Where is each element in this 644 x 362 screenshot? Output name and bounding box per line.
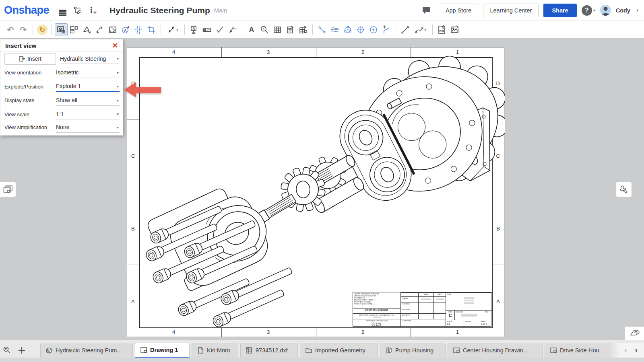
annotation-arrow xyxy=(121,81,163,99)
comment-icon[interactable] xyxy=(420,4,432,16)
element-tab-bar: Hydraulic Steering Pum... Drawing 1 Kiri… xyxy=(0,340,644,362)
tab-pump-housing[interactable]: Pump Housing xyxy=(380,343,446,358)
balloon-icon[interactable]: 1 xyxy=(258,23,271,36)
hamburger-menu-icon[interactable] xyxy=(56,4,68,16)
svg-text:1: 1 xyxy=(263,27,265,31)
sheets-panel-icon[interactable] xyxy=(0,182,16,197)
share-button[interactable]: Share xyxy=(543,4,576,17)
insert-icon xyxy=(19,56,25,62)
weld-symbol-icon[interactable] xyxy=(226,23,239,36)
field-label: View orientation xyxy=(4,70,56,76)
tab-center-housing-drawing[interactable]: Center Housing Drawin... xyxy=(448,343,543,358)
field-label: View simplification xyxy=(4,124,56,130)
title-block: UNLESS OTHERWISE SPECIFIED: DIMENSIONS A… xyxy=(353,292,491,327)
section-view-icon[interactable] xyxy=(80,23,93,36)
help-menu[interactable]: ?▾ xyxy=(582,5,595,16)
tangent-line-icon[interactable] xyxy=(380,23,393,36)
app-store-button[interactable]: App Store xyxy=(439,4,479,17)
tabs-scroll-left-icon[interactable]: ‹ xyxy=(624,345,627,356)
display-state-dropdown[interactable]: Show all▾ xyxy=(56,95,120,106)
move-view-icon[interactable] xyxy=(93,23,106,36)
part-studio-icon xyxy=(385,347,392,354)
redo-icon[interactable]: ↷ xyxy=(17,23,30,36)
drawing-sheet[interactable]: 4 3 2 1 4 3 2 1 D C B A D C B A xyxy=(127,47,504,337)
explode-position-dropdown[interactable]: Explode 1▾ xyxy=(56,81,120,92)
drawing-properties-icon[interactable] xyxy=(616,182,632,197)
export-dxf-icon[interactable]: DXF xyxy=(436,23,448,36)
assembly-icon xyxy=(45,347,53,354)
versions-icon[interactable] xyxy=(72,4,84,16)
add-element-icon[interactable] xyxy=(14,343,29,358)
drawing-icon xyxy=(453,347,460,354)
view-orientation-dropdown[interactable]: Isometric▾ xyxy=(56,68,120,78)
crop-view-icon[interactable] xyxy=(145,23,158,36)
workspace-name[interactable]: Main xyxy=(214,7,227,14)
undo-icon[interactable]: ↶ xyxy=(4,23,17,36)
dxf-icon xyxy=(246,347,253,354)
note-icon[interactable]: A xyxy=(245,23,258,36)
avatar[interactable] xyxy=(600,5,611,16)
drawing-canvas[interactable]: 4 3 2 1 4 3 2 1 D C B A D C B A xyxy=(0,38,644,340)
broken-out-section-icon[interactable] xyxy=(106,23,119,36)
drawing-toolbar: ↶ ↷ ↻ A ▾ A A 1 xyxy=(0,21,644,38)
spline-tool-icon[interactable]: ▾ xyxy=(412,23,429,36)
tab-dxf[interactable]: 9734512.dxf xyxy=(240,343,298,358)
tab-kiri-moto[interactable]: Kiri:Moto xyxy=(192,343,238,358)
field-label: Display state xyxy=(4,97,56,103)
circular-center-mark-icon[interactable] xyxy=(341,23,354,36)
onshape-logo[interactable]: Onshape xyxy=(4,4,49,16)
construction-line-icon[interactable] xyxy=(316,23,328,36)
view-scale-dropdown[interactable]: 1:1▾ xyxy=(56,109,120,119)
insert-image-icon[interactable] xyxy=(448,23,461,36)
drawing-icon xyxy=(550,347,557,354)
close-icon[interactable]: ✕ xyxy=(112,41,118,50)
measure-tool-icon[interactable] xyxy=(625,326,644,340)
insert-button[interactable]: Insert xyxy=(4,53,56,65)
user-name[interactable]: Cody xyxy=(616,7,630,14)
field-label: Explode/Position xyxy=(4,84,56,90)
break-view-icon[interactable] xyxy=(132,23,145,36)
tab-imported-geometry[interactable]: Imported Geometry xyxy=(300,343,378,358)
update-views-icon[interactable]: ↻ xyxy=(36,23,49,36)
surface-finish-check-icon[interactable] xyxy=(213,23,226,36)
table-icon[interactable] xyxy=(271,23,284,36)
view-simplification-dropdown[interactable]: None▾ xyxy=(56,122,120,133)
detail-view-icon[interactable]: A xyxy=(119,23,132,36)
centerline-icon[interactable] xyxy=(328,23,341,36)
tabs-scroll-right-icon[interactable]: › xyxy=(635,345,638,356)
svg-text:A: A xyxy=(192,27,195,31)
learning-center-button[interactable]: Learning Center xyxy=(483,4,539,17)
help-icon[interactable]: ? xyxy=(582,5,592,16)
tab-drawing-1[interactable]: Drawing 1 xyxy=(135,343,190,358)
document-icon xyxy=(197,347,204,354)
drawing-icon xyxy=(140,346,147,354)
source-dropdown[interactable]: Hydraulic Steering▾ xyxy=(60,53,120,64)
tab-assembly[interactable]: Hydraulic Steering Pum... xyxy=(40,343,133,358)
geometric-tolerance-icon[interactable] xyxy=(200,23,213,36)
search-elements-icon[interactable] xyxy=(0,343,14,358)
hole-table-icon[interactable] xyxy=(297,23,310,36)
panel-title: Insert view xyxy=(5,42,37,49)
circle-tool-icon[interactable] xyxy=(367,23,380,36)
bom-table-icon[interactable] xyxy=(284,23,297,36)
insert-view-icon[interactable] xyxy=(55,23,68,36)
svg-text:DXF: DXF xyxy=(440,30,445,33)
app-header: Onshape Hydraulic Steering Pump Main App… xyxy=(0,0,644,21)
insert-view-panel: Insert view ✕ Insert Hydraulic Steering▾… xyxy=(0,39,123,136)
projected-view-icon[interactable] xyxy=(68,23,80,36)
center-mark-icon[interactable] xyxy=(354,23,367,36)
line-tool-icon[interactable] xyxy=(399,23,412,36)
field-label: View scale xyxy=(4,111,56,117)
datum-icon[interactable]: A xyxy=(188,23,200,36)
dimension-icon[interactable]: ▾ xyxy=(164,23,182,36)
svg-text:A: A xyxy=(124,28,127,32)
insert-new-element-icon[interactable] xyxy=(87,4,99,16)
folder-icon xyxy=(305,347,312,354)
document-title: Hydraulic Steering Pump xyxy=(109,6,210,15)
